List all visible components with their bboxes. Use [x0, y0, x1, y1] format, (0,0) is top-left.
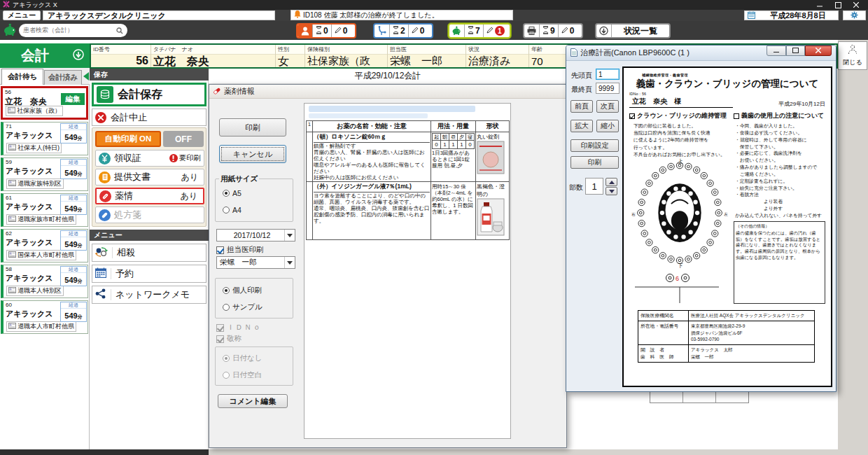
edit-badge[interactable]: 編集: [61, 93, 85, 105]
field-label: 年齢: [529, 45, 568, 55]
zoom-out-button[interactable]: 縮小: [596, 120, 619, 132]
tab-accounting-waiting[interactable]: 会計待ち: [1, 69, 43, 85]
honorific-checkbox[interactable]: 敬称: [216, 334, 241, 344]
cancel-button[interactable]: キャンセル: [219, 145, 286, 163]
notification-banner[interactable]: ID108 佐藤 太郎様の治療が終了しました。: [290, 10, 513, 20]
dialog-title-bar[interactable]: 薬剤情報: [209, 85, 566, 99]
next-page-button[interactable]: 次頁: [596, 100, 619, 113]
field-value: 立花 奈央: [151, 55, 275, 69]
preview-title-bar[interactable]: 治療計画(Canon LBP9600C (1 ): [566, 46, 836, 61]
provided-document-button[interactable]: 提供文書 あり: [95, 169, 204, 186]
auto-print-on-button[interactable]: 自動印刷 ON: [95, 131, 161, 147]
elapsed-label: 経過: [61, 160, 86, 166]
patient-card[interactable]: 58 アキラックス 志摩子 経過549分 退職本人特別区: [1, 265, 88, 298]
copies-input[interactable]: 1: [585, 178, 603, 195]
tab-accounting-done[interactable]: 会計済み: [44, 70, 82, 85]
close-screen-label: 閉じる: [843, 58, 862, 67]
footer-value: 医療法人社団 AQX会 アキラックスデンタルクリニック: [689, 310, 815, 321]
offset-button[interactable]: 相殺: [92, 244, 206, 262]
status-list-button[interactable]: 状況一覧: [595, 23, 671, 38]
print-preview-window: 治療計画(Canon LBP9600C (1 ) 先頭頁 1 最終頁 9999 …: [566, 45, 836, 392]
drug-usage: 1日3回痛みがあるときに1回1錠服用 朝,昼,夕: [432, 150, 475, 169]
network-memo-label: ネットワークメモ: [115, 288, 190, 301]
application-window: アキラックス X メニュー アキラックスデンタルクリニック ID108 佐藤 太…: [0, 0, 868, 455]
field-label: タチバナ ナオ: [151, 45, 275, 55]
radio-blank-date[interactable]: 日付空白: [223, 370, 262, 380]
patient-card[interactable]: 61 アキラックス 弘子 経過549分 退職家族市町村他県: [1, 193, 88, 227]
settings-button[interactable]: [843, 10, 866, 20]
patient-card[interactable]: 62 アキラックス 仁史 経過549分 国保本人市町村他県: [1, 229, 88, 262]
column-header: 形状: [476, 121, 510, 132]
patient-card[interactable]: 56 立花 奈央 編集 社保家族（政）: [1, 86, 88, 120]
copies-down-button[interactable]: [606, 187, 617, 195]
print-group: 自動印刷 ON OFF 領収証 要印刷 提供文書 あり 薬情 あり 処方箋: [92, 127, 206, 227]
patient-field-age: 年齢70: [529, 45, 568, 67]
radio-sample[interactable]: サンプル: [223, 302, 262, 312]
copies-up-button[interactable]: [606, 178, 617, 186]
drug-description: ヨウ素を遊離することにより、のどや口の中の細菌、真菌、ウイルスを消毒する薬です。…: [314, 192, 430, 224]
collapse-circle-icon[interactable]: [73, 49, 84, 63]
drug-row[interactable]: （外）イソジンガーグル液7％(1mL) ヨウ素を遊離することにより、のどや口の中…: [307, 182, 510, 240]
doctor-select[interactable]: 栄螺 一郎: [216, 256, 295, 269]
radio-a5[interactable]: A5: [223, 189, 241, 197]
radio-a4[interactable]: A4: [223, 206, 241, 214]
edit-comment-button[interactable]: コメント編集: [218, 394, 288, 408]
provided-document-status: あり: [181, 172, 198, 183]
minimize-button[interactable]: [811, 1, 829, 9]
print-settings-button[interactable]: 印刷設定: [570, 139, 619, 152]
prescription-button[interactable]: 処方箋: [95, 206, 204, 223]
patient-card[interactable]: 60 アキラックス 直美 経過549分 退職本人市町村他県: [1, 300, 88, 334]
pill-icon: [99, 209, 111, 221]
insurance-row: 退職家族市町村他県: [6, 214, 76, 225]
date-mode-group: 日付なし 日付空白: [215, 346, 293, 386]
receipt-button[interactable]: 領収証 要印刷: [95, 150, 204, 167]
last-page-input[interactable]: 9999: [596, 83, 620, 94]
network-memo-button[interactable]: ネットワークメモ: [92, 286, 206, 304]
drug-info-button[interactable]: 薬情 あり: [95, 188, 204, 204]
auto-print-off-button[interactable]: OFF: [163, 131, 204, 147]
idno-checkbox[interactable]: ＩＤＮｏ: [216, 323, 262, 332]
elapsed-value: 549分: [64, 204, 82, 213]
prev-page-button[interactable]: 前頁: [570, 100, 593, 113]
close-button[interactable]: [847, 1, 865, 9]
insurance-type: 退職本人市町村他県: [18, 322, 74, 331]
timing-header: 夕: [458, 134, 466, 141]
radio-no-date[interactable]: 日付なし: [223, 354, 262, 363]
maximize-button[interactable]: [786, 46, 805, 56]
drug-row[interactable]: （頓）ロキソニン錠60ｍｇ 鎮痛・解熱剤です 胃腸の悪い人、腎臓・肝臓の悪い人は…: [307, 132, 510, 182]
system-date[interactable]: 平成28年8月8日: [744, 10, 839, 20]
crown-bridge-section: クラウン・ブリッジの維持管理 下図の部位に装着しました。 当院は口腔内を清潔に保…: [629, 111, 730, 307]
timing-value: 1: [441, 141, 449, 149]
radio-personal-print[interactable]: 個人印刷: [223, 286, 262, 295]
status-group-treatment[interactable]: 2 0: [373, 23, 433, 38]
patient-card[interactable]: 59 アキラックス 和子 経過549分 退職家族特別区: [1, 158, 88, 191]
reservation-button[interactable]: 予約: [92, 265, 206, 283]
doctor-print-checkbox[interactable]: 担当医印刷: [216, 245, 264, 255]
status-group-printer[interactable]: 9 0: [523, 23, 583, 38]
collapse-arrow-icon[interactable]: [83, 72, 89, 80]
print-button[interactable]: 印刷: [570, 156, 619, 169]
first-page-input[interactable]: 1: [596, 69, 620, 80]
print-mode-group: 個人印刷 サンプル: [215, 278, 293, 318]
print-button[interactable]: 印刷: [219, 118, 286, 136]
waiting-count: 7: [475, 26, 480, 36]
pencil-icon: [335, 26, 342, 36]
cancel-accounting-button[interactable]: 会計中止: [92, 108, 206, 126]
save-accounting-button[interactable]: 会計保存: [92, 83, 206, 106]
pencil-icon: [486, 26, 493, 36]
patient-search-input[interactable]: 患者検索（会計）: [19, 24, 127, 37]
date-select[interactable]: 2017/10/12: [216, 229, 295, 241]
close-screen-button[interactable]: 閉じる: [838, 41, 867, 70]
patient-card[interactable]: 71 アキラックス 祐子 経過549分 社保本人(特日): [1, 122, 88, 155]
maximize-button[interactable]: [829, 1, 847, 9]
status-group-accounting[interactable]: 7 1: [448, 23, 511, 38]
close-button[interactable]: [805, 46, 832, 56]
minimize-button[interactable]: [766, 46, 786, 56]
menu-button[interactable]: メニュー: [3, 10, 41, 20]
radio-icon: [223, 190, 230, 197]
elapsed-minutes: 549: [64, 312, 77, 320]
divider: [111, 268, 111, 280]
zoom-in-button[interactable]: 拡大: [570, 120, 593, 132]
patient-id: 58: [6, 266, 12, 272]
status-group-reception[interactable]: 0 0: [296, 23, 356, 38]
